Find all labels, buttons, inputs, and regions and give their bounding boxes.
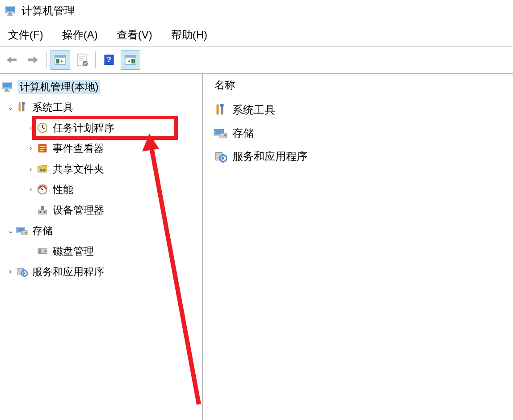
svg-point-49 — [23, 272, 25, 274]
svg-rect-38 — [40, 211, 42, 213]
computer-management-icon — [4, 4, 17, 17]
chevron-right-icon[interactable]: › — [26, 124, 36, 132]
title-bar: 计算机管理 — [0, 0, 513, 21]
svg-rect-15 — [125, 55, 136, 58]
nav-forward-button[interactable] — [23, 50, 43, 70]
svg-rect-54 — [220, 104, 224, 106]
tools-icon — [213, 102, 228, 118]
chevron-right-icon[interactable]: › — [26, 144, 36, 152]
list-item-storage[interactable]: 存储 — [213, 122, 503, 145]
storage-icon — [15, 224, 29, 237]
toolbar-separator — [46, 51, 47, 68]
tree-item-system-tools[interactable]: ⌄ 系统工具 — [0, 97, 202, 118]
tree-item-disk-management[interactable]: 磁盘管理 — [0, 241, 202, 261]
chevron-down-icon[interactable]: ⌄ — [5, 227, 15, 235]
shared-folder-icon — [36, 162, 49, 176]
toolbar: ? — [0, 47, 513, 73]
tree-item-services-apps[interactable]: › 服务和应用程序 — [0, 261, 202, 282]
show-action-pane-button[interactable] — [121, 50, 140, 70]
services-icon — [15, 265, 29, 278]
tree-item-label: 性能 — [53, 183, 73, 197]
storage-icon — [213, 126, 228, 141]
menu-action[interactable]: 操作(A) — [62, 28, 98, 42]
column-header-name[interactable]: 名称 — [213, 78, 503, 92]
tree-item-label: 服务和应用程序 — [32, 265, 104, 279]
tree-item-shared-folders[interactable]: › 共享文件夹 — [0, 159, 202, 179]
tree-item-label: 任务计划程序 — [53, 121, 114, 135]
svg-rect-19 — [5, 89, 8, 91]
menu-bar: 文件(F) 操作(A) 查看(V) 帮助(H) — [0, 21, 513, 47]
chevron-right-icon[interactable]: › — [26, 185, 36, 193]
list-item-label: 服务和应用程序 — [232, 149, 307, 164]
menu-view[interactable]: 查看(V) — [117, 28, 152, 42]
svg-point-32 — [42, 169, 46, 172]
list-item-services-apps[interactable]: 服务和应用程序 — [213, 145, 503, 168]
tree-item-label: 共享文件夹 — [53, 162, 104, 176]
svg-rect-52 — [216, 104, 219, 115]
list-item-label: 系统工具 — [232, 103, 275, 117]
main-area: 计算机管理(本地) ⌄ 系统工具 › 任务计划程 — [0, 73, 513, 420]
list-item-system-tools[interactable]: 系统工具 — [213, 98, 503, 122]
tree-item-storage[interactable]: ⌄ 存储 — [0, 220, 202, 241]
tree-item-performance[interactable]: › 性能 — [0, 179, 202, 200]
svg-rect-39 — [44, 211, 46, 213]
performance-icon — [36, 183, 49, 196]
menu-help[interactable]: 帮助(H) — [171, 28, 207, 42]
svg-rect-2 — [8, 13, 12, 15]
svg-text:?: ? — [107, 56, 111, 63]
svg-rect-30 — [40, 150, 44, 151]
tree-item-label: 系统工具 — [32, 101, 73, 114]
svg-rect-16 — [131, 59, 135, 63]
chevron-right-icon[interactable]: › — [5, 268, 15, 276]
svg-point-43 — [25, 232, 27, 234]
svg-rect-37 — [41, 206, 44, 210]
computer-icon — [1, 80, 14, 93]
clock-icon — [36, 121, 49, 134]
help-button[interactable]: ? — [99, 50, 119, 70]
tree-pane: 计算机管理(本地) ⌄ 系统工具 › 任务计划程 — [0, 74, 203, 420]
toolbar-separator — [95, 51, 96, 68]
tree-item-event-viewer[interactable]: › 事件查看器 — [0, 138, 202, 159]
svg-rect-18 — [3, 83, 11, 88]
tree-item-label: 磁盘管理 — [53, 244, 94, 258]
menu-file[interactable]: 文件(F) — [8, 28, 43, 42]
device-manager-icon — [36, 203, 49, 217]
nav-back-button[interactable] — [2, 50, 21, 70]
svg-rect-28 — [40, 146, 46, 147]
tree-item-label: 设备管理器 — [53, 203, 104, 217]
tools-icon — [15, 101, 29, 114]
svg-rect-45 — [39, 249, 42, 252]
disk-icon — [36, 244, 49, 258]
tree-item-label: 事件查看器 — [53, 142, 104, 155]
svg-point-61 — [222, 157, 224, 160]
svg-rect-23 — [22, 102, 25, 105]
tree-root-label: 计算机管理(本地) — [18, 80, 100, 94]
svg-point-31 — [40, 169, 43, 172]
show-hide-tree-button[interactable] — [50, 50, 70, 70]
svg-point-58 — [224, 134, 226, 136]
svg-rect-20 — [4, 91, 10, 92]
svg-rect-21 — [19, 102, 21, 111]
svg-rect-6 — [56, 59, 59, 63]
svg-point-46 — [45, 250, 46, 252]
svg-rect-5 — [55, 55, 66, 58]
tree-root-computer-management[interactable]: 计算机管理(本地) — [0, 76, 202, 97]
content-pane: 名称 系统工具 存储 — [203, 74, 513, 420]
window-title: 计算机管理 — [21, 4, 75, 18]
event-viewer-icon — [36, 142, 49, 155]
svg-point-35 — [42, 189, 43, 190]
tree-item-label: 存储 — [32, 224, 53, 238]
chevron-down-icon[interactable]: ⌄ — [5, 103, 15, 112]
svg-rect-3 — [7, 15, 13, 16]
svg-rect-1 — [6, 7, 14, 12]
chevron-right-icon[interactable]: › — [26, 165, 36, 173]
list-item-label: 存储 — [232, 126, 254, 140]
properties-button[interactable] — [72, 50, 92, 70]
services-icon — [213, 149, 228, 164]
svg-rect-29 — [40, 148, 46, 149]
tree-item-task-scheduler[interactable]: › 任务计划程序 — [0, 118, 202, 138]
tree-item-device-manager[interactable]: 设备管理器 — [0, 200, 202, 220]
